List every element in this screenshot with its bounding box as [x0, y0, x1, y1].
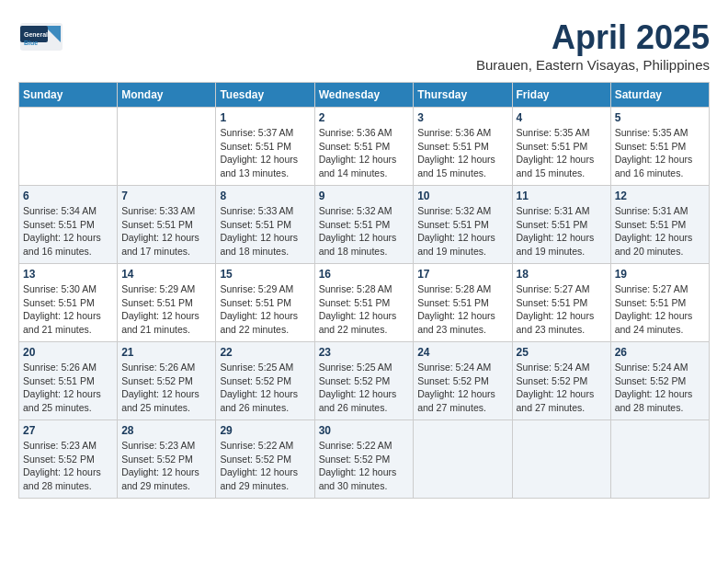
day-info: Sunrise: 5:36 AM Sunset: 5:51 PM Dayligh…	[417, 126, 507, 180]
day-number: 13	[23, 268, 113, 281]
calendar-row-2: 6Sunrise: 5:34 AM Sunset: 5:51 PM Daylig…	[19, 186, 710, 264]
day-info: Sunrise: 5:32 AM Sunset: 5:51 PM Dayligh…	[417, 204, 507, 259]
day-info: Sunrise: 5:34 AM Sunset: 5:51 PM Dayligh…	[23, 204, 113, 259]
day-info: Sunrise: 5:29 AM Sunset: 5:51 PM Dayligh…	[220, 282, 310, 337]
day-number: 2	[319, 111, 410, 124]
day-number: 16	[319, 268, 410, 281]
calendar-cell	[19, 108, 118, 186]
calendar-cell: 6Sunrise: 5:34 AM Sunset: 5:51 PM Daylig…	[19, 186, 118, 264]
calendar-row-4: 20Sunrise: 5:26 AM Sunset: 5:51 PM Dayli…	[19, 342, 710, 420]
day-info: Sunrise: 5:25 AM Sunset: 5:52 PM Dayligh…	[319, 361, 410, 415]
day-info: Sunrise: 5:24 AM Sunset: 5:52 PM Dayligh…	[417, 361, 507, 415]
day-number: 24	[417, 346, 507, 359]
calendar-cell: 11Sunrise: 5:31 AM Sunset: 5:51 PM Dayli…	[512, 186, 610, 264]
day-info: Sunrise: 5:29 AM Sunset: 5:51 PM Dayligh…	[121, 282, 211, 337]
calendar-table: SundayMondayTuesdayWednesdayThursdayFrid…	[18, 82, 710, 499]
day-number: 7	[121, 190, 211, 202]
day-number: 5	[615, 111, 705, 124]
calendar-cell: 23Sunrise: 5:25 AM Sunset: 5:52 PM Dayli…	[314, 342, 414, 420]
day-info: Sunrise: 5:35 AM Sunset: 5:51 PM Dayligh…	[615, 126, 705, 180]
calendar-cell: 3Sunrise: 5:36 AM Sunset: 5:51 PM Daylig…	[414, 108, 512, 186]
calendar-cell: 18Sunrise: 5:27 AM Sunset: 5:51 PM Dayli…	[512, 264, 610, 342]
calendar-cell: 14Sunrise: 5:29 AM Sunset: 5:51 PM Dayli…	[118, 264, 216, 342]
day-info: Sunrise: 5:26 AM Sunset: 5:52 PM Dayligh…	[121, 361, 211, 415]
day-info: Sunrise: 5:25 AM Sunset: 5:52 PM Dayligh…	[220, 361, 310, 415]
calendar-cell: 25Sunrise: 5:24 AM Sunset: 5:52 PM Dayli…	[512, 342, 610, 420]
day-info: Sunrise: 5:36 AM Sunset: 5:51 PM Dayligh…	[319, 126, 410, 180]
day-number: 14	[121, 268, 211, 281]
calendar-cell: 1Sunrise: 5:37 AM Sunset: 5:51 PM Daylig…	[216, 108, 314, 186]
day-number: 19	[615, 268, 705, 281]
day-info: Sunrise: 5:32 AM Sunset: 5:51 PM Dayligh…	[319, 204, 410, 259]
day-info: Sunrise: 5:31 AM Sunset: 5:51 PM Dayligh…	[615, 204, 705, 259]
logo-icon: General Blue	[18, 18, 64, 55]
day-info: Sunrise: 5:24 AM Sunset: 5:52 PM Dayligh…	[615, 361, 705, 415]
calendar-cell: 20Sunrise: 5:26 AM Sunset: 5:51 PM Dayli…	[19, 342, 118, 420]
day-number: 17	[417, 268, 507, 281]
month-title: April 2025	[476, 18, 710, 57]
title-block: April 2025 Burauen, Eastern Visayas, Phi…	[476, 18, 710, 73]
page-header: General Blue April 2025 Burauen, Eastern…	[18, 18, 710, 73]
day-info: Sunrise: 5:30 AM Sunset: 5:51 PM Dayligh…	[23, 282, 113, 337]
calendar-cell: 30Sunrise: 5:22 AM Sunset: 5:52 PM Dayli…	[314, 420, 414, 499]
calendar-cell: 22Sunrise: 5:25 AM Sunset: 5:52 PM Dayli…	[216, 342, 314, 420]
day-number: 10	[417, 190, 507, 202]
day-info: Sunrise: 5:28 AM Sunset: 5:51 PM Dayligh…	[417, 282, 507, 337]
calendar-cell: 27Sunrise: 5:23 AM Sunset: 5:52 PM Dayli…	[19, 420, 118, 499]
calendar-row-1: 1Sunrise: 5:37 AM Sunset: 5:51 PM Daylig…	[19, 108, 710, 186]
calendar-cell: 10Sunrise: 5:32 AM Sunset: 5:51 PM Dayli…	[414, 186, 512, 264]
calendar-cell: 19Sunrise: 5:27 AM Sunset: 5:51 PM Dayli…	[610, 264, 709, 342]
weekday-saturday: Saturday	[610, 83, 709, 108]
day-info: Sunrise: 5:33 AM Sunset: 5:51 PM Dayligh…	[220, 204, 310, 259]
day-info: Sunrise: 5:27 AM Sunset: 5:51 PM Dayligh…	[615, 282, 705, 337]
day-number: 6	[23, 190, 113, 202]
day-number: 29	[220, 424, 310, 437]
day-info: Sunrise: 5:23 AM Sunset: 5:52 PM Dayligh…	[121, 439, 211, 493]
day-number: 8	[220, 190, 310, 202]
svg-text:General: General	[24, 31, 48, 38]
day-number: 11	[517, 190, 607, 202]
day-number: 1	[220, 111, 310, 124]
calendar-cell: 28Sunrise: 5:23 AM Sunset: 5:52 PM Dayli…	[118, 420, 216, 499]
calendar-cell: 7Sunrise: 5:33 AM Sunset: 5:51 PM Daylig…	[118, 186, 216, 264]
calendar-cell	[118, 108, 216, 186]
weekday-header-row: SundayMondayTuesdayWednesdayThursdayFrid…	[19, 83, 710, 108]
day-number: 28	[121, 424, 211, 437]
weekday-wednesday: Wednesday	[314, 83, 414, 108]
location-title: Burauen, Eastern Visayas, Philippines	[476, 57, 710, 73]
day-number: 3	[417, 111, 507, 124]
day-number: 30	[319, 424, 410, 437]
weekday-thursday: Thursday	[414, 83, 512, 108]
day-number: 4	[517, 111, 607, 124]
day-number: 27	[23, 424, 113, 437]
day-number: 12	[615, 190, 705, 202]
day-info: Sunrise: 5:27 AM Sunset: 5:51 PM Dayligh…	[517, 282, 607, 337]
weekday-tuesday: Tuesday	[216, 83, 314, 108]
day-info: Sunrise: 5:24 AM Sunset: 5:52 PM Dayligh…	[517, 361, 607, 415]
day-info: Sunrise: 5:23 AM Sunset: 5:52 PM Dayligh…	[23, 439, 113, 493]
calendar-cell: 9Sunrise: 5:32 AM Sunset: 5:51 PM Daylig…	[314, 186, 414, 264]
day-number: 21	[121, 346, 211, 359]
day-info: Sunrise: 5:26 AM Sunset: 5:51 PM Dayligh…	[23, 361, 113, 415]
weekday-friday: Friday	[512, 83, 610, 108]
weekday-monday: Monday	[118, 83, 216, 108]
calendar-cell	[414, 420, 512, 499]
day-number: 26	[615, 346, 705, 359]
day-number: 9	[319, 190, 410, 202]
calendar-cell: 8Sunrise: 5:33 AM Sunset: 5:51 PM Daylig…	[216, 186, 314, 264]
day-info: Sunrise: 5:22 AM Sunset: 5:52 PM Dayligh…	[319, 439, 410, 493]
calendar-cell: 2Sunrise: 5:36 AM Sunset: 5:51 PM Daylig…	[314, 108, 414, 186]
calendar-cell	[610, 420, 709, 499]
calendar-cell: 29Sunrise: 5:22 AM Sunset: 5:52 PM Dayli…	[216, 420, 314, 499]
day-info: Sunrise: 5:28 AM Sunset: 5:51 PM Dayligh…	[319, 282, 410, 337]
calendar-cell	[512, 420, 610, 499]
day-number: 15	[220, 268, 310, 281]
calendar-cell: 13Sunrise: 5:30 AM Sunset: 5:51 PM Dayli…	[19, 264, 118, 342]
calendar-row-5: 27Sunrise: 5:23 AM Sunset: 5:52 PM Dayli…	[19, 420, 710, 499]
day-info: Sunrise: 5:37 AM Sunset: 5:51 PM Dayligh…	[220, 126, 310, 180]
svg-text:Blue: Blue	[24, 40, 38, 46]
calendar-cell: 4Sunrise: 5:35 AM Sunset: 5:51 PM Daylig…	[512, 108, 610, 186]
day-number: 22	[220, 346, 310, 359]
weekday-sunday: Sunday	[19, 83, 118, 108]
day-number: 25	[517, 346, 607, 359]
